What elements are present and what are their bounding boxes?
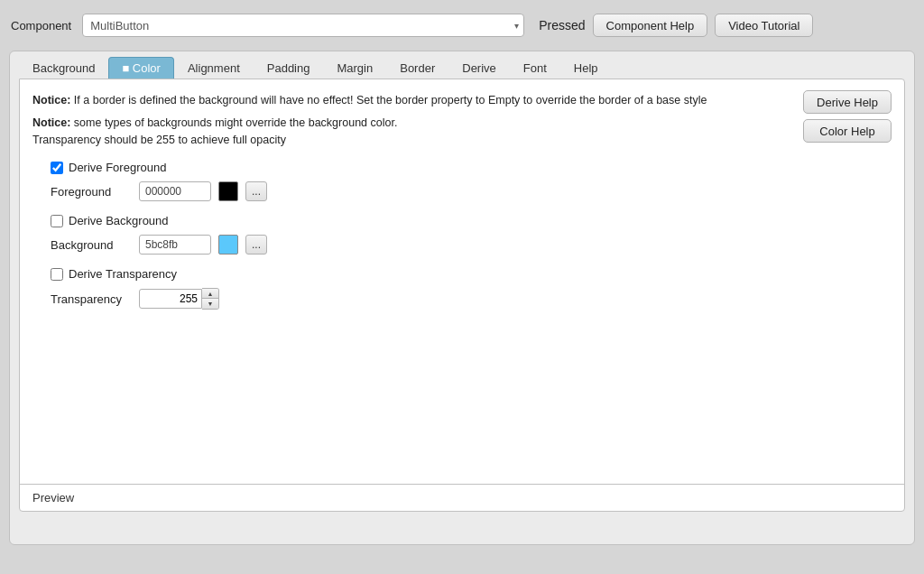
background-input[interactable] bbox=[139, 235, 211, 255]
derive-transparency-checkbox[interactable] bbox=[51, 268, 63, 281]
spinner-up-button[interactable]: ▲ bbox=[202, 289, 218, 299]
tab-color[interactable]: ■ Color bbox=[108, 57, 174, 79]
background-ellipsis-button[interactable]: ... bbox=[245, 235, 267, 255]
component-label: Component bbox=[11, 19, 71, 32]
notice-1: Notice: If a border is defined the backg… bbox=[32, 92, 892, 109]
color-help-button[interactable]: Color Help bbox=[803, 119, 892, 143]
derive-background-label: Derive Background bbox=[69, 214, 169, 227]
foreground-ellipsis-button[interactable]: ... bbox=[245, 181, 267, 201]
transparency-field-row: Transparency ▲ ▼ bbox=[32, 288, 892, 310]
tab-background[interactable]: Background bbox=[19, 57, 108, 79]
tab-padding[interactable]: Padding bbox=[254, 57, 324, 79]
derive-transparency-label: Derive Transparency bbox=[69, 267, 177, 281]
derive-background-checkbox[interactable] bbox=[51, 215, 63, 227]
tab-font[interactable]: Font bbox=[510, 57, 560, 79]
transparency-label: Transparency bbox=[51, 292, 132, 306]
derive-foreground-checkbox[interactable] bbox=[51, 162, 63, 174]
main-content: Background ■ Color Alignment Padding Mar… bbox=[9, 51, 915, 545]
transparency-spinner: ▲ ▼ bbox=[139, 288, 219, 310]
tab-help[interactable]: Help bbox=[560, 57, 612, 79]
preview-label: Preview bbox=[32, 491, 74, 505]
foreground-input[interactable] bbox=[139, 181, 211, 201]
help-buttons-area: Derive Help Color Help bbox=[803, 90, 892, 143]
form-section: Derive Foreground Foreground ... Derive … bbox=[32, 161, 892, 310]
tab-bar: Background ■ Color Alignment Padding Mar… bbox=[10, 51, 914, 79]
top-bar: Component MultiButton ▾ Pressed Componen… bbox=[0, 0, 924, 51]
background-color-swatch[interactable] bbox=[218, 235, 238, 255]
derive-help-button[interactable]: Derive Help bbox=[803, 90, 892, 114]
spinner-buttons: ▲ ▼ bbox=[202, 288, 219, 310]
tab-margin[interactable]: Margin bbox=[323, 57, 386, 79]
content-panel: Derive Help Color Help Notice: If a bord… bbox=[19, 79, 905, 512]
preview-bar: Preview bbox=[20, 484, 904, 511]
foreground-label: Foreground bbox=[51, 185, 132, 199]
derive-foreground-row: Derive Foreground bbox=[32, 161, 892, 174]
foreground-field-row: Foreground ... bbox=[32, 181, 892, 201]
component-select[interactable]: MultiButton bbox=[82, 14, 524, 37]
pressed-label: Pressed bbox=[539, 18, 585, 32]
component-help-button[interactable]: Component Help bbox=[593, 14, 708, 37]
transparency-input[interactable] bbox=[139, 289, 202, 309]
background-label: Background bbox=[51, 238, 132, 252]
tab-border[interactable]: Border bbox=[386, 57, 448, 79]
derive-background-row: Derive Background bbox=[32, 214, 892, 227]
component-select-wrapper[interactable]: MultiButton ▾ bbox=[82, 14, 524, 37]
notice-2: Notice: some types of backgrounds might … bbox=[32, 115, 892, 149]
derive-transparency-row: Derive Transparency bbox=[32, 267, 892, 281]
tab-derive[interactable]: Derive bbox=[448, 57, 510, 79]
background-field-row: Background ... bbox=[32, 235, 892, 255]
spinner-down-button[interactable]: ▼ bbox=[202, 299, 218, 309]
tab-alignment[interactable]: Alignment bbox=[174, 57, 254, 79]
foreground-color-swatch[interactable] bbox=[218, 181, 238, 201]
video-tutorial-button[interactable]: Video Tutorial bbox=[715, 14, 813, 37]
derive-foreground-label: Derive Foreground bbox=[69, 161, 166, 174]
